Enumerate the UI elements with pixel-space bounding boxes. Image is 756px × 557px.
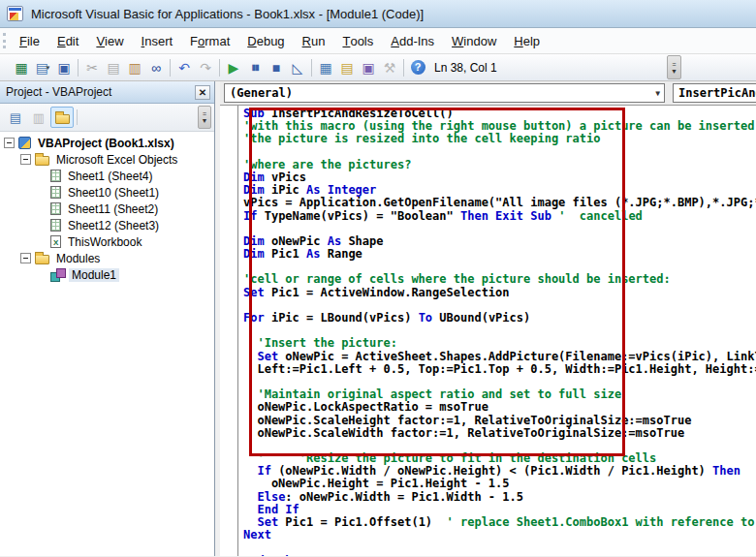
code-line (243, 542, 756, 554)
project-explorer-icon[interactable]: ▦ (315, 57, 336, 78)
tree-item-microsoft-excel-objects[interactable]: Microsoft Excel Objects (0, 151, 214, 168)
panel-toolbar-options-chevron[interactable]: =▼ (198, 106, 211, 129)
tree-item-label: Modules (53, 252, 103, 265)
tree-item-module1[interactable]: Module1 (0, 266, 214, 283)
chevron-down-icon: ▼ (671, 68, 677, 75)
title-bar: Microsoft Visual Basic for Applications … (0, 0, 756, 28)
break-icon[interactable]: ▮▮ (244, 57, 266, 78)
window-title: Microsoft Visual Basic for Applications … (31, 7, 424, 21)
sheet-icon (50, 202, 61, 215)
cut-icon: ✂ (81, 57, 103, 78)
help-icon[interactable]: ? (411, 60, 425, 75)
design-mode-icon[interactable]: ◺ (287, 57, 308, 78)
tree-item-label: Sheet10 (Sheet1) (65, 186, 162, 200)
menu-format[interactable]: Format (181, 28, 238, 53)
save-icon[interactable]: ▣ (53, 57, 75, 78)
toolbar-separator (170, 59, 171, 77)
code-line: If TypeName(vPics) = "Boolean" Then Exit… (243, 210, 756, 223)
dropdown-caret-icon[interactable]: ▾ (47, 64, 50, 71)
view-code-button[interactable]: ▤ (4, 107, 27, 128)
tree-item-sheet10-sheet1[interactable]: Sheet10 (Sheet1) (0, 184, 214, 201)
view-excel-icon[interactable]: ▦ (11, 57, 32, 78)
tree-item-sheet11-sheet2[interactable]: Sheet11 (Sheet2) (0, 201, 214, 217)
menu-file[interactable]: File (11, 28, 48, 53)
menubar-grip-handle[interactable] (3, 33, 9, 48)
vbe-app-icon (7, 6, 23, 21)
code-line: Set Pic1 = ActiveWindow.RangeSelection (243, 287, 756, 299)
find-icon[interactable]: ∞ (145, 57, 167, 78)
menu-debug[interactable]: Debug (238, 28, 293, 53)
procedure-dropdown-value: InsertPicAndResizeToCell (678, 86, 756, 100)
sheet-icon (50, 219, 61, 232)
project-panel-toolbar: ▤▥=▼ (0, 104, 214, 132)
main-content: Project - VBAProject ✕ ▤▥=▼ VBAProject (… (0, 81, 756, 556)
code-window: (General) ▼ InsertPicAndResizeToCell Sub… (220, 81, 756, 556)
code-line: Else: oNewPic.Width = Pic1.Width - 1.5 (243, 491, 756, 504)
code-margin-indicator-bar[interactable] (220, 106, 238, 556)
sheet-icon (50, 186, 61, 199)
undo-icon[interactable]: ↶ (173, 57, 195, 78)
menu-tools[interactable]: Tools (333, 28, 382, 53)
dropdown-arrow-icon[interactable]: ▼ (655, 89, 660, 98)
code-area: Sub InsertPicAndResizeToCell()'with this… (220, 106, 756, 556)
project-tree: VBAProject (Book1.xlsx)Microsoft Excel O… (0, 132, 214, 556)
menu-window[interactable]: Window (443, 28, 505, 53)
tree-item-label: Sheet1 (Sheet4) (65, 170, 155, 183)
tree-item-label: Sheet12 (Sheet3) (65, 219, 162, 232)
chevron-down-icon: ▼ (202, 117, 208, 124)
toolbar-separator (403, 59, 404, 77)
paste-icon[interactable]: ▥ (124, 57, 145, 78)
toolbar-separator (311, 59, 312, 77)
minus-icon (23, 258, 28, 259)
module-icon (50, 268, 65, 281)
folder-icon (35, 255, 49, 264)
tree-item-sheet12-sheet3[interactable]: Sheet12 (Sheet3) (0, 217, 214, 233)
menu-addins[interactable]: Add-Ins (382, 28, 443, 53)
minus-icon (23, 159, 28, 160)
insert-userform-icon[interactable]: ▤▾ (32, 57, 53, 78)
tree-item-thisworkbook[interactable]: ThisWorkbook (0, 233, 214, 250)
redo-icon: ↷ (195, 57, 216, 78)
view-object-button[interactable]: ▥ (27, 107, 50, 128)
code-line: Dim Pic1 As Range (243, 248, 756, 261)
toolbox-icon: ⚒ (379, 57, 400, 78)
toolbar-options-chevron[interactable]: =▼ (667, 55, 681, 79)
project-panel-header[interactable]: Project - VBAProject ✕ (0, 81, 214, 104)
menu-help[interactable]: Help (505, 28, 549, 53)
toolbar-separator (78, 59, 79, 77)
help-icon[interactable]: ? (407, 57, 428, 78)
project-panel-title: Project - VBAProject (6, 85, 195, 99)
sheet-icon (50, 170, 61, 182)
properties-window-icon[interactable]: ▤ (336, 57, 358, 78)
chevron-lines: = (672, 61, 676, 68)
project-icon (18, 137, 31, 149)
chevron-lines: = (203, 110, 206, 117)
workbook-icon (50, 235, 61, 248)
code-line: For iPic = LBound(vPics) To UBound(vPics… (243, 312, 756, 325)
code-line: 'where are the pictures? (243, 159, 756, 171)
project-panel-close-button[interactable]: ✕ (195, 85, 210, 100)
code-editor[interactable]: Sub InsertPicAndResizeToCell()'with this… (238, 106, 756, 556)
tree-collapse-box[interactable] (4, 138, 15, 148)
tree-item-vbaproject-book1-xlsx[interactable]: VBAProject (Book1.xlsx) (0, 135, 214, 151)
menu-insert[interactable]: Insert (133, 28, 182, 53)
menu-edit[interactable]: Edit (48, 28, 87, 53)
tree-item-sheet1-sheet4[interactable]: Sheet1 (Sheet4) (0, 168, 214, 184)
reset-icon[interactable]: ■ (266, 57, 287, 78)
run-icon[interactable]: ▶ (223, 57, 244, 78)
vba-editor-window: { "window": { "title": "Microsoft Visual… (0, 0, 756, 557)
tree-collapse-box[interactable] (20, 154, 31, 165)
code-line: Set Pic1 = Pic1.Offset(1) ' replace Shee… (243, 516, 756, 529)
panel-toolbar-separator (77, 109, 78, 125)
object-dropdown[interactable]: (General) ▼ (224, 83, 665, 103)
toolbar: ▦▤▾▣✂▤▥∞↶↷▶▮▮■◺▦▤▣⚒? Ln 38, Col 1 =▼ (0, 54, 756, 81)
code-line: 'the picture is resized into the cell ke… (243, 133, 756, 145)
procedure-dropdown[interactable]: InsertPicAndResizeToCell (673, 83, 756, 103)
object-browser-icon[interactable]: ▣ (358, 57, 379, 78)
toggle-folders-button[interactable] (50, 107, 74, 128)
tree-item-modules[interactable]: Modules (0, 250, 214, 266)
tree-collapse-box[interactable] (20, 253, 31, 263)
tree-item-label: Sheet11 (Sheet2) (65, 202, 161, 216)
menu-run[interactable]: Run (294, 28, 334, 53)
menu-view[interactable]: View (87, 28, 132, 53)
